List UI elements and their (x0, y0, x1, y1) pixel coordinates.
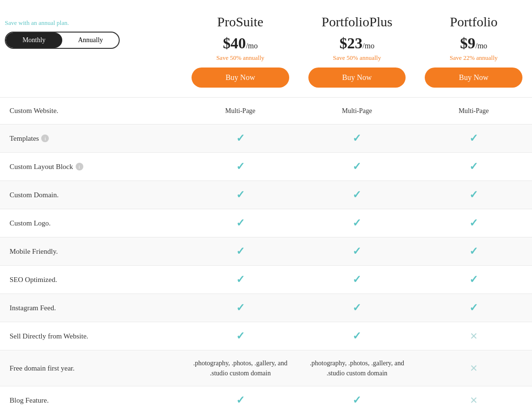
prosuite-feature-cell: Multi-Page (182, 97, 299, 124)
feature-label: Templates (10, 135, 39, 143)
portfolio-feature-cell: ✕ (415, 322, 532, 350)
feature-label-cell: SEO Optimized. (0, 265, 182, 293)
portfolio-feature-cell: ✕ (415, 386, 532, 414)
check-icon: ✓ (236, 330, 245, 342)
billing-toggle: Monthly Annually (5, 32, 120, 49)
feature-label: Custom Domain. (10, 191, 59, 199)
feature-label-cell: Sell Directly from Website. (0, 322, 182, 350)
feature-label: Sell Directly from Website. (10, 332, 88, 340)
portfolio-feature-cell: Multi-Page (415, 97, 532, 124)
check-icon: ✓ (352, 160, 361, 173)
info-icon[interactable]: i (76, 163, 83, 170)
check-icon: ✓ (236, 160, 245, 173)
feature-label-cell: Templatesi (0, 124, 182, 152)
portfolio-feature-cell: ✕ (415, 350, 532, 386)
portfolioplus-header: PortfolioPlus $23/mo Save 50% annually B… (299, 10, 416, 92)
feature-label: Mobile Friendly. (10, 248, 58, 256)
portfolioplus-buy-button[interactable]: Buy Now (308, 68, 406, 88)
feature-label-cell: Custom Logo. (0, 209, 182, 237)
x-icon: ✕ (470, 394, 478, 406)
check-icon: ✓ (236, 245, 245, 258)
portfolioplus-save: Save 50% annually (308, 54, 406, 62)
check-icon: ✓ (236, 273, 245, 286)
portfolio-feature-cell: ✓ (415, 180, 532, 209)
check-icon: ✓ (469, 160, 478, 173)
feature-text-value: Multi-Page (225, 106, 255, 116)
feature-label-cell: Custom Website. (0, 97, 182, 124)
feature-label-cell: Blog Feature. (0, 386, 182, 414)
check-icon: ✓ (469, 217, 478, 229)
feature-label-cell: Instagram Feed. (0, 293, 182, 322)
feature-text-value: .photography, .photos, .gallery, and .st… (192, 358, 289, 378)
prosuite-feature-cell: ✓ (182, 124, 299, 152)
check-icon: ✓ (352, 273, 361, 286)
prosuite-feature-cell: ✓ (182, 180, 299, 209)
feature-text-value: Multi-Page (459, 106, 489, 116)
feature-label: Blog Feature. (10, 396, 49, 405)
prosuite-feature-cell: ✓ (182, 237, 299, 265)
check-icon: ✓ (469, 302, 478, 314)
prosuite-feature-cell: ✓ (182, 209, 299, 237)
feature-label: SEO Optimized. (10, 276, 57, 284)
check-icon: ✓ (352, 132, 361, 145)
feature-label: Custom Layout Block (10, 163, 73, 171)
portfolio-save: Save 22% annually (425, 54, 522, 62)
feature-label: Free domain first year. (10, 364, 75, 372)
check-icon: ✓ (352, 330, 361, 342)
save-annual-text[interactable]: Save with an annual plan. (5, 19, 69, 27)
left-header-cell: Save with an annual plan. Monthly Annual… (0, 10, 182, 54)
monthly-toggle-btn[interactable]: Monthly (6, 33, 62, 48)
portfolio-feature-cell: ✓ (415, 237, 532, 265)
portfolioplus-feature-cell: ✓ (299, 322, 416, 350)
portfolio-feature-cell: ✓ (415, 209, 532, 237)
x-icon: ✕ (470, 362, 478, 374)
portfolioplus-feature-cell: ✓ (299, 124, 416, 152)
portfolioplus-feature-cell: ✓ (299, 180, 416, 209)
portfolioplus-price: $23/mo (308, 34, 406, 52)
check-icon: ✓ (236, 302, 245, 314)
annually-toggle-btn[interactable]: Annually (62, 33, 119, 48)
feature-label-cell: Mobile Friendly. (0, 237, 182, 265)
prosuite-feature-cell: ✓ (182, 293, 299, 322)
prosuite-header: ProSuite $40/mo Save 50% annually Buy No… (182, 10, 299, 92)
portfolio-plan-name: Portfolio (425, 14, 522, 30)
portfolio-feature-cell: ✓ (415, 293, 532, 322)
prosuite-feature-cell: ✓ (182, 152, 299, 180)
feature-label: Instagram Feed. (10, 304, 56, 312)
prosuite-buy-button[interactable]: Buy Now (192, 68, 289, 88)
feature-label-cell: Custom Layout Blocki (0, 152, 182, 180)
check-icon: ✓ (352, 302, 361, 314)
check-icon: ✓ (352, 394, 361, 406)
portfolioplus-feature-cell: ✓ (299, 152, 416, 180)
check-icon: ✓ (236, 189, 245, 201)
x-icon: ✕ (470, 330, 478, 342)
feature-label-cell: Custom Domain. (0, 180, 182, 209)
portfolio-feature-cell: ✓ (415, 124, 532, 152)
portfolioplus-plan-name: PortfolioPlus (308, 14, 406, 30)
prosuite-save: Save 50% annually (192, 54, 289, 62)
portfolio-header: Portfolio $9/mo Save 22% annually Buy No… (415, 10, 532, 92)
portfolio-buy-button[interactable]: Buy Now (425, 68, 522, 88)
info-icon[interactable]: i (41, 135, 49, 142)
feature-label: Custom Logo. (10, 219, 51, 227)
prosuite-price: $40/mo (192, 34, 289, 52)
portfolio-price: $9/mo (425, 34, 522, 52)
prosuite-feature-cell: ✓ (182, 386, 299, 414)
portfolioplus-feature-cell: ✓ (299, 237, 416, 265)
portfolioplus-feature-cell: ✓ (299, 209, 416, 237)
portfolio-feature-cell: ✓ (415, 265, 532, 293)
check-icon: ✓ (352, 245, 361, 258)
feature-label: Custom Website. (10, 107, 58, 115)
portfolioplus-feature-cell: ✓ (299, 386, 416, 414)
feature-text-value: .photography, .photos, .gallery, and .st… (308, 358, 406, 378)
check-icon: ✓ (236, 394, 245, 406)
check-icon: ✓ (352, 189, 361, 201)
pricing-table: Save with an annual plan. Monthly Annual… (0, 0, 532, 417)
features-grid: Custom Website.Multi-PageMulti-PageMulti… (0, 97, 532, 414)
prosuite-feature-cell: .photography, .photos, .gallery, and .st… (182, 350, 299, 386)
prosuite-feature-cell: ✓ (182, 322, 299, 350)
check-icon: ✓ (236, 217, 245, 229)
feature-text-value: Multi-Page (342, 106, 372, 116)
prosuite-feature-cell: ✓ (182, 265, 299, 293)
portfolioplus-feature-cell: Multi-Page (299, 97, 416, 124)
